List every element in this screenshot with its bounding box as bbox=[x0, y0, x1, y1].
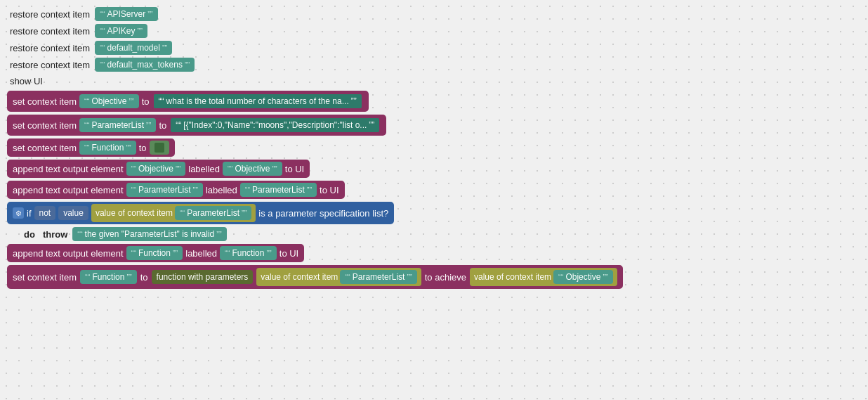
value-of-parameterlist-container[interactable]: value of context item ““ ParameterList ”… bbox=[256, 268, 421, 286]
append-function-block[interactable]: append text output element ““ Function ”… bbox=[7, 244, 304, 262]
square-value-chip[interactable] bbox=[150, 141, 169, 155]
append-obj-key-chip[interactable]: ““ Objective ”” bbox=[126, 162, 186, 176]
set-parameterlist-block[interactable]: set context item ““ ParameterList ”” to … bbox=[7, 115, 386, 136]
set-function-block[interactable]: set context item ““ Function ”” to bbox=[7, 138, 175, 157]
restore-label-2: restore context item bbox=[7, 25, 93, 38]
function-with-params-chip[interactable]: function with parameters bbox=[152, 270, 254, 284]
set-objective-row: set context item ““ Objective ”” to ““ w… bbox=[7, 91, 861, 112]
value-chip[interactable]: value bbox=[58, 206, 88, 220]
parameterlist-key-chip[interactable]: ““ ParameterList ”” bbox=[79, 118, 156, 132]
append-pl-label-chip[interactable]: ““ ParameterList ”” bbox=[240, 183, 317, 197]
restore-apikey-row: restore context item ““ APIKey ”” bbox=[7, 24, 861, 38]
apiserver-chip[interactable]: ““ APIServer ”” bbox=[95, 7, 157, 21]
set-parameterlist-row: set context item ““ ParameterList ”” to … bbox=[7, 115, 861, 136]
parameterlist-if-chip[interactable]: ““ ParameterList ”” bbox=[175, 206, 251, 220]
value-of-objective-container[interactable]: value of context item ““ Objective ”” bbox=[470, 268, 617, 286]
append-pl-key-chip[interactable]: ““ ParameterList ”” bbox=[126, 183, 203, 197]
default-model-chip[interactable]: ““ default_model ”” bbox=[95, 41, 172, 55]
throw-label: throw bbox=[40, 228, 70, 241]
restore-apiserver-row: restore context item ““ APIServer ”” bbox=[7, 7, 861, 21]
show-ui-row: show UI bbox=[7, 75, 861, 88]
set-objective-block[interactable]: set context item ““ Objective ”” to ““ w… bbox=[7, 91, 369, 112]
append-obj-label-chip[interactable]: ““ Objective ”” bbox=[223, 162, 282, 176]
objective-key-chip[interactable]: ““ Objective ”” bbox=[79, 94, 139, 108]
objective-value-chip[interactable]: ““ what is the total number of character… bbox=[152, 93, 363, 110]
gear-icon: ⚙ bbox=[13, 207, 24, 219]
show-ui-label: show UI bbox=[7, 75, 46, 88]
if-block-row: ⚙ if not value value of context item ““ … bbox=[7, 202, 861, 224]
do-throw-row: do throw ““ the given "ParameterList" is… bbox=[21, 227, 861, 241]
restore-label-4: restore context item bbox=[7, 58, 93, 72]
restore-default-model-row: restore context item ““ default_model ”” bbox=[7, 41, 861, 55]
append-fn-label-chip[interactable]: ““ Function ”” bbox=[220, 246, 277, 260]
set-function-block-row: set context item ““ Function ”” to bbox=[7, 138, 861, 157]
append-objective-row: append text output element ““ Objective … bbox=[7, 160, 861, 178]
throw-message-chip[interactable]: ““ the given "ParameterList" is invalid … bbox=[72, 227, 226, 241]
square-icon bbox=[154, 143, 164, 153]
restore-label-1: restore context item bbox=[7, 8, 93, 21]
parameterlist-value-chip[interactable]: ““ [{"Index":0,"Name":"moons","Descripti… bbox=[169, 117, 381, 134]
set-function-final-row: set context item ““ Function ”” to funct… bbox=[7, 265, 861, 289]
append-function-row: append text output element ““ Function ”… bbox=[7, 244, 861, 262]
append-parameterlist-row: append text output element ““ ParameterL… bbox=[7, 181, 861, 199]
param1-chip[interactable]: ““ ParameterList ”” bbox=[340, 270, 416, 284]
do-label: do bbox=[21, 228, 38, 241]
function-key-chip[interactable]: ““ Function ”” bbox=[79, 141, 136, 155]
restore-label-3: restore context item bbox=[7, 41, 93, 55]
apikey-chip[interactable]: ““ APIKey ”” bbox=[95, 24, 147, 38]
param2-chip[interactable]: ““ Objective ”” bbox=[553, 270, 613, 284]
append-parameterlist-block[interactable]: append text output element ““ ParameterL… bbox=[7, 181, 345, 199]
set-fn-key-chip[interactable]: ““ Function ”” bbox=[80, 270, 137, 284]
not-chip[interactable]: not bbox=[34, 206, 56, 220]
set-function-final-block[interactable]: set context item ““ Function ”” to funct… bbox=[7, 265, 623, 289]
append-fn-key-chip[interactable]: ““ Function ”” bbox=[126, 246, 183, 260]
if-block[interactable]: ⚙ if not value value of context item ““ … bbox=[7, 202, 394, 224]
restore-default-max-tokens-row: restore context item ““ default_max_toke… bbox=[7, 58, 861, 72]
append-objective-block[interactable]: append text output element ““ Objective … bbox=[7, 160, 310, 178]
value-of-context-item-container[interactable]: value of context item ““ ParameterList ”… bbox=[91, 204, 256, 222]
default-max-tokens-chip[interactable]: ““ default_max_tokens ”” bbox=[95, 58, 195, 72]
